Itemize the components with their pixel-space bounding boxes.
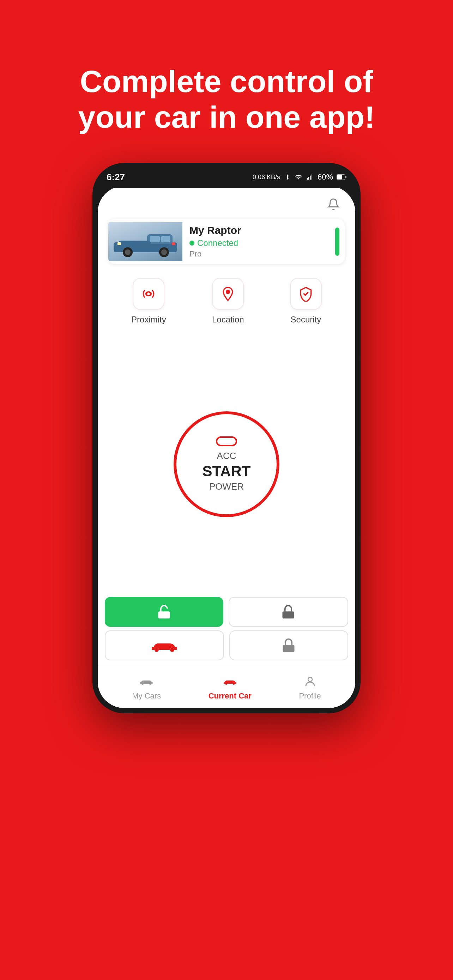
- svg-rect-11: [161, 236, 170, 242]
- feature-security[interactable]: Security: [290, 278, 322, 325]
- lock-button[interactable]: [229, 597, 348, 627]
- start-button-inner: ACC START POWER: [181, 418, 272, 510]
- truck-image: [112, 230, 179, 258]
- car-silhouette-icon: [150, 639, 178, 652]
- feature-location[interactable]: Location: [212, 278, 244, 325]
- hero-title: Complete control of your car in one app!: [32, 0, 421, 163]
- car-card[interactable]: My Raptor Connected Pro: [108, 219, 345, 264]
- svg-rect-5: [337, 175, 342, 180]
- svg-point-13: [125, 250, 130, 255]
- svg-rect-3: [311, 175, 312, 180]
- power-label: POWER: [209, 481, 244, 492]
- svg-point-28: [233, 682, 235, 685]
- svg-rect-0: [307, 178, 308, 180]
- svg-point-25: [141, 682, 144, 685]
- start-button[interactable]: ACC START POWER: [173, 411, 280, 517]
- svg-point-26: [149, 682, 151, 685]
- profile-nav-label: Profile: [299, 691, 321, 701]
- svg-rect-21: [283, 611, 294, 619]
- screen-content: My Raptor Connected Pro: [98, 186, 355, 708]
- svg-rect-6: [345, 176, 347, 178]
- status-dot: [189, 240, 194, 245]
- card-accent: [335, 228, 339, 256]
- phone-frame: 6:27 0.06 KB/s 60%: [92, 163, 361, 713]
- car-status: Connected: [189, 238, 328, 248]
- nav-profile[interactable]: Profile: [299, 674, 321, 701]
- security-icon: [298, 286, 314, 302]
- data-speed: 0.06 KB/s: [253, 173, 280, 181]
- nav-my-cars[interactable]: My Cars: [132, 674, 161, 701]
- feature-proximity[interactable]: Proximity: [131, 278, 166, 325]
- proximity-label: Proximity: [131, 315, 166, 325]
- start-label: START: [202, 463, 251, 480]
- signal-icon: [306, 173, 314, 181]
- secondary-lock-icon: [281, 638, 296, 653]
- svg-point-22: [154, 648, 159, 652]
- notification-bell[interactable]: [326, 196, 341, 212]
- my-cars-nav-label: My Cars: [132, 691, 161, 701]
- car-image: [108, 222, 183, 261]
- svg-point-15: [161, 250, 167, 255]
- status-bar: 6:27 0.06 KB/s 60%: [92, 163, 361, 188]
- security-label: Security: [291, 315, 321, 325]
- current-car-nav-label: Current Car: [208, 691, 251, 701]
- secondary-lock-button[interactable]: [229, 630, 348, 660]
- wifi-icon: [294, 173, 303, 181]
- status-icons: 0.06 KB/s 60%: [253, 172, 347, 182]
- phone-mockup: 6:27 0.06 KB/s 60%: [92, 163, 361, 713]
- svg-point-27: [225, 682, 227, 685]
- acc-label: ACC: [217, 450, 236, 461]
- svg-rect-10: [150, 236, 160, 242]
- nav-current-car[interactable]: Current Car: [208, 674, 251, 701]
- current-car-icon: [222, 674, 238, 689]
- svg-rect-20: [158, 611, 170, 619]
- start-section: ACC START POWER: [98, 335, 355, 593]
- svg-rect-24: [283, 645, 295, 652]
- profile-icon: [302, 674, 318, 689]
- car-tier: Pro: [189, 250, 328, 259]
- car-info: My Raptor Connected Pro: [183, 219, 335, 264]
- svg-rect-1: [308, 177, 309, 180]
- action-row: [98, 630, 355, 666]
- bottom-nav: My Cars Current Car: [98, 666, 355, 708]
- battery-percent: 60%: [318, 172, 333, 182]
- proximity-icon: [141, 286, 156, 302]
- svg-point-29: [308, 677, 312, 682]
- car-action-button[interactable]: [105, 630, 224, 660]
- proximity-icon-circle: [133, 278, 164, 310]
- svg-rect-2: [310, 176, 311, 180]
- location-icon: [220, 286, 236, 302]
- battery-icon: [337, 173, 347, 181]
- start-icon: [216, 436, 237, 446]
- my-cars-icon: [139, 674, 154, 689]
- unlock-button[interactable]: [105, 597, 223, 627]
- top-bar: [98, 186, 355, 216]
- lock-row: [98, 593, 355, 630]
- connection-status: Connected: [197, 238, 238, 248]
- bluetooth-icon: [284, 173, 291, 181]
- unlock-icon: [156, 604, 172, 620]
- svg-rect-9: [119, 240, 151, 246]
- svg-rect-17: [172, 242, 175, 245]
- svg-point-23: [170, 648, 174, 652]
- svg-point-19: [227, 290, 230, 294]
- car-name: My Raptor: [189, 224, 328, 236]
- lock-icon: [280, 604, 296, 620]
- status-time: 6:27: [106, 172, 125, 183]
- svg-rect-16: [118, 242, 121, 245]
- location-icon-circle: [212, 278, 244, 310]
- features-row: Proximity Location: [98, 271, 355, 335]
- phone-screen: My Raptor Connected Pro: [98, 186, 355, 708]
- security-icon-circle: [290, 278, 322, 310]
- location-label: Location: [212, 315, 244, 325]
- svg-point-18: [147, 292, 151, 296]
